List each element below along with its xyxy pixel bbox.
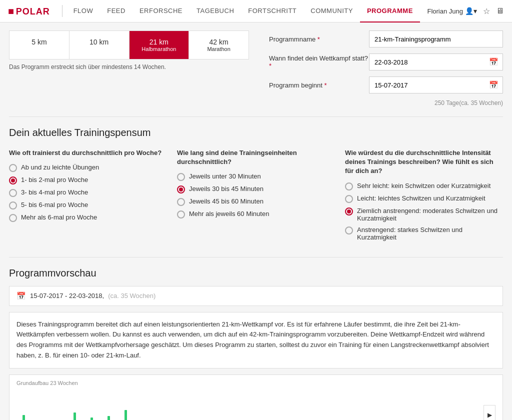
radio-circle-1-2	[9, 189, 17, 197]
radio-circle-3-1	[345, 195, 353, 203]
user-menu[interactable]: Florian Jung 👤▾	[427, 7, 477, 15]
radio-3-3[interactable]: Anstrengend: starkes Schwitzen und Kurza…	[345, 226, 503, 241]
date-note: 250 Tage(ca. 35 Wochen)	[269, 100, 503, 106]
form-row-beginnt: Programm beginnt * 📅	[269, 76, 503, 94]
radio-2-3[interactable]: Mehr als jeweils 60 Minuten	[177, 210, 335, 218]
radio-3-2[interactable]: Ziemlich anstrengend: moderates Schwitze…	[345, 207, 503, 222]
preview-date-bar: 📅 15-07-2017 - 22-03-2018, (ca. 35 Woche…	[9, 286, 503, 306]
form-section: Programmname * Wann findet dein Wettkamp…	[259, 30, 503, 106]
chart-bar	[74, 412, 76, 420]
question-3-title: Wie würdest du die durchschnittliche Int…	[345, 148, 503, 176]
nav-fortschritt[interactable]: FORTSCHRITT	[241, 0, 304, 22]
form-row-programmname: Programmname *	[269, 30, 503, 48]
radio-3-0[interactable]: Sehr leicht: kein Schwitzen oder Kurzatm…	[345, 182, 503, 190]
form-row-wettkampf: Wann findet dein Wettkampf statt? * 📅	[269, 54, 503, 70]
radio-3-1[interactable]: Leicht: leichtes Schwitzen und Kurzatmig…	[345, 194, 503, 203]
radio-2-1[interactable]: Jeweils 30 bis 45 Minuten	[177, 185, 335, 194]
radio-1-2[interactable]: 3- bis 4-mal pro Woche	[9, 188, 167, 197]
chart-area: ▶	[16, 390, 496, 420]
user-icon: 👤▾	[465, 7, 477, 15]
chart-bar	[22, 415, 25, 420]
date-input-wrap-2: 📅	[369, 76, 503, 94]
chart-bar	[124, 410, 127, 420]
chart-group	[68, 412, 76, 420]
distance-left: 5 km 10 km 21 km Halbmarathon 42 km Mara…	[9, 30, 259, 106]
grundaufbau-section: Grundaufbau 23 Wochen ▶	[9, 374, 503, 420]
training-questions: Wie oft trainierst du durchschnittlich p…	[9, 148, 503, 245]
navbar: ■ POLAR FLOW FEED ERFORSCHE TAGEBUCH FOR…	[0, 0, 512, 22]
nav-community[interactable]: COMMUNITY	[304, 0, 360, 22]
programmname-input[interactable]	[369, 30, 503, 48]
tab-42km[interactable]: 42 km Marathon	[189, 31, 248, 59]
grundaufbau-title: Grundaufbau 23 Wochen	[16, 380, 496, 386]
field1-label: Programmname *	[269, 36, 369, 43]
polar-logo-text: ■ POLAR	[8, 6, 50, 17]
calendar-icon-1[interactable]: 📅	[485, 58, 502, 66]
main-content: 5 km 10 km 21 km Halbmarathon 42 km Mara…	[1, 22, 511, 420]
divider-1	[9, 116, 503, 117]
field3-label: Programm beginnt *	[269, 82, 369, 89]
chart-bar	[90, 418, 93, 420]
calendar-icon-2[interactable]: 📅	[485, 80, 502, 90]
calendar-icon-preview: 📅	[16, 292, 26, 300]
radio-circle-3-2	[345, 208, 353, 216]
radio-1-1[interactable]: 1- bis 2-mal pro Woche	[9, 176, 167, 184]
radio-circle-2-1	[177, 186, 185, 194]
training-section-title: Dein aktuelles Trainingspensum	[9, 127, 503, 138]
nav-tagebuch[interactable]: TAGEBUCH	[190, 0, 241, 22]
monitor-icon[interactable]: 🖥	[496, 6, 504, 16]
chart-group	[16, 415, 25, 420]
preview-section: Programmvorschau 📅 15-07-2017 - 22-03-20…	[9, 268, 503, 420]
question-col-2: Wie lang sind deine Trainingseinheiten d…	[177, 148, 335, 245]
nav-flow[interactable]: FLOW	[66, 0, 100, 22]
radio-circle-3-3	[345, 226, 353, 234]
chart-group	[84, 418, 93, 420]
nav-erforsche[interactable]: ERFORSCHE	[132, 0, 190, 22]
distance-note: Das Programm erstreckt sich über mindest…	[9, 64, 259, 70]
preview-description: Dieses Trainingsprogramm bereitet dich a…	[9, 312, 503, 368]
date-input-wrap-1: 📅	[369, 54, 503, 70]
nav-divider	[62, 5, 62, 17]
chart-bar	[108, 416, 110, 420]
radio-1-4[interactable]: Mehr als 6-mal pro Woche	[9, 214, 167, 222]
logo[interactable]: ■ POLAR	[8, 6, 50, 17]
chart-group	[118, 410, 127, 420]
preview-date-weeks: (ca. 35 Wochen)	[108, 292, 156, 300]
field2-label: Wann findet dein Wettkampf statt? *	[269, 54, 369, 70]
radio-circle-2-3	[177, 210, 185, 218]
question-col-1: Wie oft trainierst du durchschnittlich p…	[9, 148, 167, 245]
tab-21km[interactable]: 21 km Halbmarathon	[130, 31, 190, 59]
question-col-3: Wie würdest du die durchschnittliche Int…	[345, 148, 503, 245]
chart-next-button[interactable]: ▶	[484, 405, 496, 420]
user-name: Florian Jung	[427, 8, 463, 15]
question-1-title: Wie oft trainierst du durchschnittlich p…	[9, 148, 167, 158]
question-2-title: Wie lang sind deine Trainingseinheiten d…	[177, 148, 335, 166]
divider-2	[9, 257, 503, 258]
radio-circle-3-0	[345, 182, 353, 190]
distance-tabs: 5 km 10 km 21 km Halbmarathon 42 km Mara…	[9, 30, 249, 60]
radio-circle-1-0	[9, 164, 17, 172]
preview-date-range: 15-07-2017 - 22-03-2018,	[30, 292, 104, 300]
nav-programme[interactable]: PROGRAMME	[360, 0, 420, 22]
star-icon[interactable]: ☆	[483, 6, 490, 16]
radio-1-0[interactable]: Ab und zu leichte Übungen	[9, 164, 167, 172]
radio-circle-2-2	[177, 198, 185, 206]
radio-circle-1-4	[9, 214, 17, 222]
radio-2-2[interactable]: Jeweils 45 bis 60 Minuten	[177, 198, 335, 206]
chart-group	[102, 416, 110, 420]
distance-section: 5 km 10 km 21 km Halbmarathon 42 km Mara…	[9, 30, 503, 106]
radio-circle-1-3	[9, 202, 17, 210]
nav-links: FLOW FEED ERFORSCHE TAGEBUCH FORTSCHRITT…	[66, 0, 428, 22]
radio-circle-1-1	[9, 176, 17, 184]
wettkampf-date-input[interactable]	[370, 56, 485, 69]
radio-2-0[interactable]: Jeweils unter 30 Minuten	[177, 172, 335, 181]
nav-feed[interactable]: FEED	[100, 0, 132, 22]
radio-circle-2-0	[177, 173, 185, 181]
tab-10km[interactable]: 10 km	[70, 31, 130, 59]
radio-1-3[interactable]: 5- bis 6-mal pro Woche	[9, 201, 167, 210]
tab-5km[interactable]: 5 km	[10, 31, 70, 59]
preview-title: Programmvorschau	[9, 268, 503, 279]
beginnt-date-input[interactable]	[370, 78, 485, 92]
nav-right: Florian Jung 👤▾ ☆ 🖥	[427, 6, 504, 16]
